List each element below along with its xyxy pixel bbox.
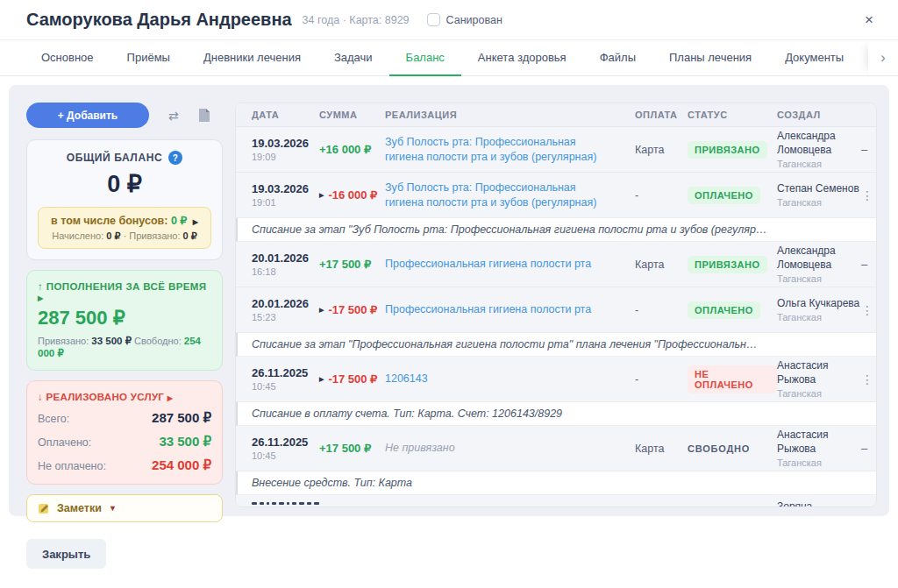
creator-name: Степан Семенов: [777, 182, 861, 196]
chevron-down-icon: ▼: [109, 504, 117, 513]
realization-link[interactable]: Профессиональная гигиена полости рта: [385, 302, 635, 317]
creator-branch: Таганская: [777, 388, 861, 399]
realized-total-value: 287 500 ₽: [152, 410, 211, 426]
tab-priemy[interactable]: Приёмы: [110, 40, 187, 76]
transactions-table: ДАТА СУММА РЕАЛИЗАЦИЯ ОПЛАТА СТАТУС СОЗД…: [235, 103, 877, 507]
status-badge: СВОБОДНО: [688, 440, 757, 457]
realization-link[interactable]: 1206143: [385, 372, 635, 386]
realization-link[interactable]: Зуб Полость рта: Профессиональная гигиен…: [385, 181, 635, 210]
row-date: 20.01.2026: [252, 297, 319, 310]
patient-header: Саморукова Дарья Андреевна 34 года · Кар…: [0, 0, 898, 40]
patient-meta: 34 года · Карта: 8929: [303, 14, 410, 26]
creator-name: Анастасия Рыжова: [777, 429, 861, 456]
total-balance-title-row: ОБЩИЙ БАЛАНС ?: [38, 151, 211, 165]
total-balance-card: ОБЩИЙ БАЛАНС ? 0 ₽ в том числе бонусов: …: [26, 139, 223, 260]
notes-toggle[interactable]: Заметки ▼: [26, 494, 223, 522]
close-button[interactable]: Закрыть: [26, 539, 106, 569]
expand-arrow-icon[interactable]: ▶: [38, 294, 44, 302]
row-time: 19:01: [252, 197, 319, 208]
row-payment: -: [635, 373, 688, 386]
income-attached-label: Привязано:: [38, 336, 89, 346]
expand-arrow-icon[interactable]: ▶: [193, 218, 198, 226]
row-action: –: [861, 258, 867, 271]
row-payment: -: [635, 189, 688, 202]
row-amount: +16 000 ₽: [319, 143, 385, 156]
checkbox-icon[interactable]: [427, 13, 440, 26]
notes-label: Заметки: [57, 502, 102, 514]
transaction-comment: Списание за этап "Профессиональная гигие…: [236, 333, 876, 357]
expand-arrow-icon[interactable]: ▶: [167, 394, 173, 402]
creator-branch: Таганская: [777, 197, 861, 208]
tab-plany[interactable]: Планы лечения: [652, 40, 768, 76]
realization-link[interactable]: Профессиональная гигиена полости рта: [385, 257, 635, 272]
bonus-box[interactable]: в том числе бонусов: 0 ₽ ▶ Начислено: 0 …: [38, 207, 211, 249]
income-card: ↑ ПОПОЛНЕНИЯ ЗА ВСЁ ВРЕМЯ ▶ 287 500 ₽ Пр…: [26, 270, 223, 371]
row-time: 16:18: [252, 266, 319, 277]
expand-caret-icon[interactable]: ▶: [319, 192, 324, 199]
creator-name: Александра Ломовцева: [777, 130, 861, 157]
close-icon[interactable]: ×: [865, 12, 873, 27]
balance-panel: + Добавить ⇄ ОБЩИЙ БАЛАНС ? 0 ₽ в том чи…: [9, 85, 889, 516]
sanitized-label: Санирован: [446, 14, 502, 26]
col-payment: ОПЛАТА: [635, 110, 688, 120]
total-balance-value: 0 ₽: [38, 170, 211, 198]
row-time: 10:45: [252, 450, 319, 461]
tab-osnovnoe[interactable]: Основное: [25, 40, 110, 76]
income-value: 287 500 ₽: [38, 307, 211, 329]
sidebar-actions: + Добавить ⇄: [26, 103, 223, 128]
transaction-comment: Внесение средств. Тип: Карта: [236, 471, 876, 495]
creator-branch: Таганская: [777, 273, 861, 284]
row-action: –: [861, 442, 867, 455]
help-icon[interactable]: ?: [168, 151, 182, 165]
attached-value: 0 ₽: [183, 230, 197, 241]
bonus-label: в том числе бонусов:: [51, 215, 167, 227]
tab-anketa[interactable]: Анкета здоровья: [461, 40, 583, 76]
tab-dokumenty[interactable]: Документы: [768, 40, 860, 76]
row-date: 26.11.2025: [252, 436, 319, 449]
row-payment: Карта: [635, 144, 688, 156]
realization-link[interactable]: Зуб Полость рта: Профессиональная гигиен…: [385, 135, 635, 165]
add-button[interactable]: + Добавить: [26, 103, 149, 128]
status-badge: НЕ ОПЛАЧЕНО: [688, 365, 777, 393]
realized-title[interactable]: ↓ РЕАЛИЗОВАНО УСЛУГ ▶: [38, 392, 211, 402]
income-free-label: Свободно:: [134, 336, 182, 346]
table-row: 20.01.202615:23 ▶-17 500 ₽ Профессиональ…: [236, 287, 876, 333]
row-payment: -: [635, 304, 688, 316]
row-date: 19.03.2026: [252, 137, 319, 150]
creator-branch: Таганская: [777, 312, 861, 322]
row-menu-icon[interactable]: ⋮: [861, 188, 873, 202]
row-menu-icon[interactable]: ⋮: [861, 372, 873, 386]
tab-faily[interactable]: Файлы: [583, 40, 652, 76]
row-time: 15:23: [252, 312, 319, 322]
row-amount: +17 500 ₽: [319, 258, 385, 271]
col-realization: РЕАЛИЗАЦИЯ: [385, 110, 635, 120]
income-breakdown: Привязано: 33 500 ₽ Свободно: 254 000 ₽: [38, 335, 211, 359]
realized-paid-value: 33 500 ₽: [159, 434, 211, 450]
row-menu-icon[interactable]: ⋮: [861, 303, 873, 317]
table-row: 26.11.202510:45 +17 500 ₽ Не привязано К…: [236, 426, 876, 471]
realized-unpaid-row: Не оплачено: 254 000 ₽: [38, 457, 211, 473]
creator-name: Александра Ломовцева: [777, 244, 861, 272]
row-amount: +17 500 ₽: [319, 442, 385, 455]
row-payment: Карта: [635, 259, 688, 271]
tab-zadachi[interactable]: Задачи: [317, 40, 389, 76]
col-sum: СУММА: [319, 110, 385, 120]
status-badge: ОПЛАЧЕНО: [688, 187, 760, 204]
accrued-value: 0 ₽: [106, 230, 120, 241]
modal-footer: Закрыть: [0, 525, 898, 583]
table-row-partial: Зоряна: [236, 495, 876, 507]
row-date: 19.03.2026: [252, 182, 319, 195]
expand-caret-icon[interactable]: ▶: [319, 376, 324, 383]
expand-caret-icon[interactable]: ▶: [319, 307, 324, 314]
tabs-more-chevron-icon[interactable]: ›: [868, 40, 898, 75]
down-arrow-icon: ↓: [38, 392, 43, 402]
creator-branch: Таганская: [777, 457, 861, 468]
income-title[interactable]: ↑ ПОПОЛНЕНИЯ ЗА ВСЁ ВРЕМЯ ▶: [38, 281, 211, 302]
tab-balans[interactable]: Баланс: [389, 40, 461, 76]
note-icon: [38, 502, 50, 514]
sanitized-checkbox[interactable]: Санирован: [427, 13, 502, 26]
document-icon[interactable]: [198, 109, 210, 122]
total-balance-title: ОБЩИЙ БАЛАНС: [67, 152, 162, 164]
transfer-icon[interactable]: ⇄: [168, 109, 179, 123]
tab-dnevniki[interactable]: Дневники лечения: [187, 40, 317, 76]
